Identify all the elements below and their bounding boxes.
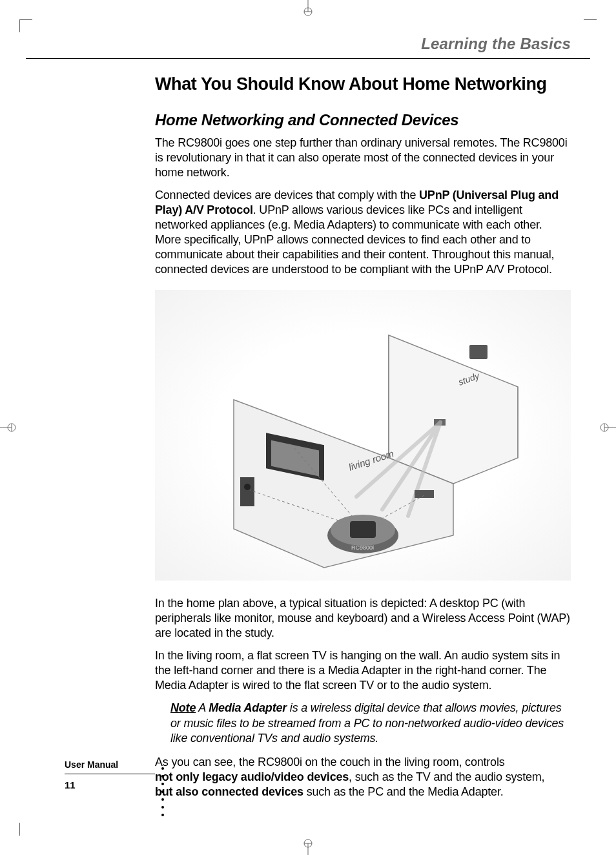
text: , such as the TV and the audio system, (349, 770, 544, 783)
note-label: Note (170, 701, 196, 714)
paragraph: In the living room, a flat screen TV is … (155, 648, 571, 693)
divider (26, 58, 590, 59)
registration-mark-icon (302, 837, 314, 855)
footer-label: User Manual (65, 759, 155, 774)
paragraph: In the home plan above, a typical situat… (155, 596, 571, 641)
svg-rect-24 (240, 477, 254, 506)
text: As you can see, the RC9800i on the couch… (155, 756, 505, 768)
main-content: What You Should Know About Home Networki… (155, 74, 571, 799)
registration-mark-icon (302, 0, 314, 18)
decorative-dots (161, 767, 164, 816)
home-network-diagram: study living room RC9800i (155, 290, 571, 581)
svg-point-25 (244, 484, 251, 490)
heading-1: What You Should Know About Home Networki… (155, 74, 571, 94)
svg-rect-32 (350, 521, 376, 538)
svg-rect-17 (469, 345, 488, 359)
text: Connected devices are devices that compl… (155, 189, 419, 201)
svg-rect-26 (415, 490, 434, 498)
paragraph: Connected devices are devices that compl… (155, 188, 571, 277)
bold-text: not only legacy audio/video devices (155, 770, 349, 783)
heading-2: Home Networking and Connected Devices (155, 111, 571, 129)
paragraph: The RC9800i goes one step further than o… (155, 136, 571, 180)
registration-mark-icon (598, 421, 616, 434)
page-content: Learning the Basics What You Should Know… (26, 26, 590, 829)
page-number: 11 (65, 779, 155, 790)
note-text: Note A Media Adapter is a wireless digit… (155, 701, 571, 745)
footer: User Manual 11 (65, 759, 155, 790)
paragraph: As you can see, the RC9800i on the couch… (155, 755, 571, 799)
figure-label-device: RC9800i (351, 544, 374, 551)
note-block: Note A Media Adapter is a wireless digit… (155, 701, 571, 745)
text: A (196, 701, 209, 714)
bold-text: but also connected devices (155, 785, 303, 798)
chapter-title: Learning the Basics (26, 26, 590, 53)
registration-mark-icon (0, 421, 18, 434)
bold-text: Media Adapter (209, 701, 287, 714)
text: such as the PC and the Media Adapter. (303, 785, 504, 798)
svg-marker-12 (389, 335, 518, 484)
